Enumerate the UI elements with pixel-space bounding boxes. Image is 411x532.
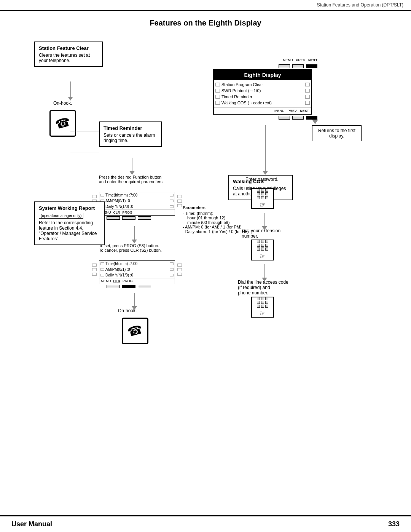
station-feature-clear-box: Station Feature Clear Clears the feature… xyxy=(34,42,103,67)
row-text-4: Walking COS (→code+ext) xyxy=(221,101,304,105)
eighth-display-container: MENU PREV NEXT Eighth Display Station Pr… xyxy=(213,57,320,120)
next-button-top[interactable] xyxy=(306,64,317,68)
row-indicator-2 xyxy=(215,89,220,93)
key-3 xyxy=(265,189,268,192)
key2-6 xyxy=(265,244,268,247)
key2-8 xyxy=(261,248,264,251)
display-nav-bottom: MENU PREV NEXT xyxy=(214,107,311,114)
next-button-bottom[interactable] xyxy=(306,116,317,120)
arrow-td1-down xyxy=(132,226,137,243)
swr-title: System Working Report xyxy=(39,205,100,211)
key3-9 xyxy=(265,305,268,308)
row-indicator-right-4 xyxy=(305,101,310,105)
td1-text-3: Daily Y/N(1/0) :0 xyxy=(105,204,133,209)
key-6 xyxy=(265,192,268,195)
hand-icon-1: ☞ xyxy=(260,201,266,209)
td1-right-btn-1 xyxy=(177,195,182,198)
td1-nav-prog: PROG xyxy=(123,211,133,214)
td2-ind-1 xyxy=(100,262,104,265)
timed-reminder-title: Timed Reminder xyxy=(104,125,157,131)
nav-bottom-menu: MENU xyxy=(274,109,285,113)
td2-left-btn-2 xyxy=(92,268,97,271)
td2-ind-3 xyxy=(100,274,104,276)
timed-display-1: Time(hh:mm) :7:00 AM/PM(0/1) :0 Daily Y/… xyxy=(99,192,175,220)
td1-row-3: Daily Y/N(1/0) :0 xyxy=(99,204,175,209)
td1-clr-btn[interactable] xyxy=(122,216,135,220)
arrow-kp1-down xyxy=(262,213,267,230)
td1-ind-right-2 xyxy=(170,200,174,202)
key-9 xyxy=(265,196,268,199)
key3-7 xyxy=(257,305,260,308)
row-indicator-right-1 xyxy=(305,83,310,86)
timed-display-2: Time(hh:mm) :7:00 AM/PM(0/1) :0 Daily Y/… xyxy=(99,260,175,288)
key2-4 xyxy=(257,244,260,247)
row-text-1: Station Program Clear xyxy=(221,82,304,87)
td2-text-1: Time(hh:mm) :7:00 xyxy=(105,262,137,266)
td1-ind-right-3 xyxy=(170,205,174,208)
menu-button-bottom[interactable] xyxy=(279,116,290,120)
key2-1 xyxy=(257,240,260,243)
arrow-walking-down xyxy=(263,125,268,175)
header-text: Station Features and Operation (DPT/SLT) xyxy=(317,2,403,8)
key2-2 xyxy=(261,240,264,243)
key-8 xyxy=(261,196,264,199)
station-feature-clear-body: Clears the features set at your telephon… xyxy=(39,53,98,63)
td2-row-2: AM/PM(0/1) :0 xyxy=(99,267,175,272)
nav-bottom-prev: PREV xyxy=(287,109,297,113)
td2-row-1: Time(hh:mm) :7:00 xyxy=(99,261,175,267)
swr-subtitle: (operator/manager only) xyxy=(39,213,83,219)
prev-button-bottom[interactable] xyxy=(292,116,304,120)
display-rows: Station Program Clear SWR Printout (→1/0… xyxy=(214,80,311,107)
key3-2 xyxy=(261,297,264,300)
to-set-annotation: To set, press PROG (S3) button. To cance… xyxy=(99,243,186,252)
arrow-kp2-down xyxy=(262,264,267,281)
td2-ind-right-2 xyxy=(170,268,174,271)
key3-3 xyxy=(265,297,268,300)
phone-icon-2: ☎ xyxy=(122,318,148,344)
station-feature-clear-title: Station Feature Clear xyxy=(39,45,98,51)
td1-row-1: Time(hh:mm) :7:00 xyxy=(99,192,175,198)
hline-phone-to-tr2 xyxy=(70,152,99,152)
arrow-td2-down xyxy=(132,293,137,310)
td1-row-2: AM/PM(0/1) :0 xyxy=(99,198,175,204)
td1-nav-clr: CLR xyxy=(113,211,120,214)
dial-line-text: Dial the line access code (if required) … xyxy=(238,280,288,296)
key2-5 xyxy=(261,244,264,247)
row-indicator-right-3 xyxy=(305,95,310,99)
td1-prog-btn[interactable] xyxy=(138,216,151,220)
row-indicator-1 xyxy=(215,83,220,86)
td1-text-1: Time(hh:mm) :7:00 xyxy=(105,193,137,197)
menu-button-top[interactable] xyxy=(279,64,290,68)
display-header: Eighth Display xyxy=(214,70,311,80)
td2-ind-2 xyxy=(100,268,104,271)
td1-menu-btn[interactable] xyxy=(107,216,120,220)
td2-nav: MENU CLR PROG xyxy=(99,278,175,284)
arrow-timed-down xyxy=(129,158,135,175)
arrow-station-down xyxy=(68,81,73,101)
td2-row-3: Daily Y/N(1/0) :0 xyxy=(99,272,175,278)
keypad-icon-2: ☞ xyxy=(251,240,274,260)
on-hook-label-1: On-hook. xyxy=(53,101,72,106)
nav-bottom-next: NEXT xyxy=(300,109,309,113)
td2-text-3: Daily Y/N(1/0) :0 xyxy=(105,273,133,277)
param-3: minute (00 through 59) xyxy=(183,220,259,225)
nav-menu-label: MENU xyxy=(283,58,293,62)
key3-6 xyxy=(265,301,268,304)
row-indicator-3 xyxy=(215,95,220,99)
display-row-2: SWR Printout (→1/0) xyxy=(214,88,311,94)
td2-clr-btn[interactable] xyxy=(122,285,135,288)
nav-prev-label: PREV xyxy=(296,58,305,62)
dial-line-annotation: Dial the line access code (if required) … xyxy=(238,280,299,296)
td2-prog-btn[interactable] xyxy=(138,285,151,288)
row-text-2: SWR Printout (→1/0) xyxy=(221,88,304,93)
key-5 xyxy=(261,192,264,195)
display-row-1: Station Program Clear xyxy=(214,81,311,88)
td2-menu-btn[interactable] xyxy=(107,285,120,288)
td2-ind-right-1 xyxy=(170,262,174,265)
keypad-icon-1: ☞ xyxy=(251,188,274,209)
hand-icon-3: ☞ xyxy=(260,309,266,318)
row-text-3: Timed Reminder xyxy=(221,94,304,99)
td1-left-btn-1 xyxy=(92,195,97,198)
prev-button-top[interactable] xyxy=(292,64,304,68)
td2-right-btn-3 xyxy=(177,273,182,276)
